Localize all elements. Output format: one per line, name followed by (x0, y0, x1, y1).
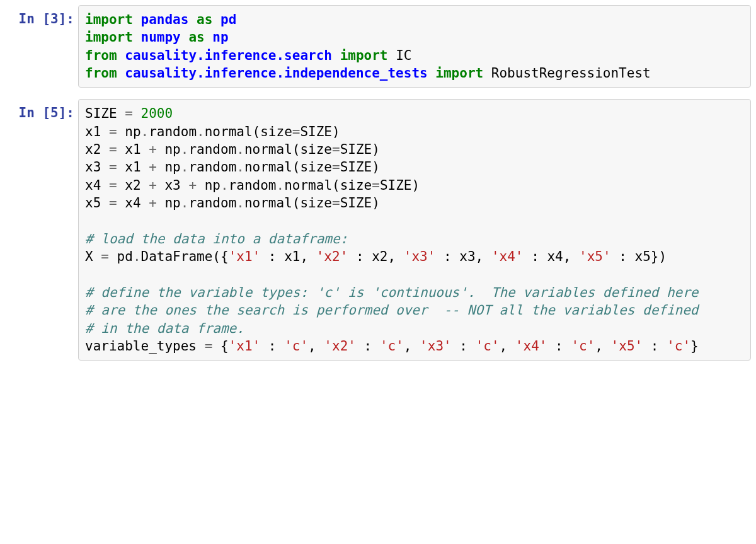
code-token: from (85, 48, 117, 63)
code-token: : x1, (260, 249, 316, 264)
code-token: : (452, 339, 476, 354)
code-token: 'x4' (515, 339, 547, 354)
code-token (181, 30, 189, 45)
code-token: SIZE) (340, 195, 380, 211)
code-cell: In [5]:SIZE = 2000 x1 = np.random.normal… (5, 99, 751, 361)
code-token (188, 12, 197, 27)
code-token: . (181, 159, 189, 175)
code-token: x1 (117, 142, 149, 157)
code-token: random (188, 142, 236, 157)
notebook: In [3]:import pandas as pd import numpy … (5, 5, 751, 361)
code-token: + (188, 178, 197, 193)
code-token: SIZE) (340, 142, 380, 157)
code-token: pd (220, 12, 236, 27)
code-token: random (149, 124, 197, 139)
code-token (117, 66, 125, 81)
code-token: 'x3' (420, 339, 452, 354)
code-token: } (690, 339, 699, 354)
code-token: causality.inference.search (125, 48, 332, 63)
code-token: + (149, 195, 157, 211)
code-token: x4 (117, 195, 149, 211)
code-token: = (292, 124, 301, 139)
code-token: : (260, 339, 284, 354)
code-token: 'c' (571, 339, 595, 354)
code-token: + (149, 159, 157, 175)
code-token: : x3, (435, 249, 491, 264)
code-token (133, 30, 141, 45)
code-token: , (500, 339, 515, 354)
code-token: . (181, 142, 189, 157)
code-token: np (157, 195, 181, 211)
code-token (133, 12, 141, 27)
code-token: X (85, 249, 101, 264)
code-token: pandas (141, 12, 189, 27)
code-token: variable_types (85, 339, 205, 354)
code-token: + (149, 178, 157, 193)
code-token: x2 (85, 142, 109, 157)
code-token: . (141, 124, 149, 139)
code-token: : (643, 339, 667, 354)
code-token: 'c' (476, 339, 500, 354)
code-token: , (404, 339, 420, 354)
code-token: = (109, 142, 117, 157)
code-token: : x4, (523, 249, 579, 264)
code-token: = (109, 195, 117, 211)
code-token: SIZE (85, 106, 125, 121)
code-token: normal(size (205, 124, 292, 139)
code-token: from (85, 66, 117, 81)
code-token: = (109, 159, 117, 175)
code-token: . (220, 178, 229, 193)
code-token: . (133, 249, 141, 264)
code-token: { (212, 339, 228, 354)
code-token: import (340, 48, 388, 63)
code-token: = (332, 142, 340, 157)
code-token: x2 (117, 178, 149, 193)
code-token: 'x5' (611, 339, 643, 354)
code-token: normal(size (284, 178, 372, 193)
code-token: = (109, 178, 117, 193)
code-token: np (117, 124, 141, 139)
code-input[interactable]: SIZE = 2000 x1 = np.random.normal(size=S… (78, 99, 751, 361)
code-token: as (197, 12, 212, 27)
code-token: x3 (85, 159, 109, 175)
code-token (117, 48, 125, 63)
code-token: normal(size (244, 159, 332, 175)
code-token: np (212, 30, 228, 45)
code-token: random (229, 178, 277, 193)
code-token: : x5}) (611, 249, 667, 264)
code-input[interactable]: import pandas as pd import numpy as np f… (78, 5, 751, 88)
code-token: 'x2' (324, 339, 356, 354)
code-token: 'x5' (579, 249, 611, 264)
code-token: . (277, 178, 285, 193)
code-token: . (236, 142, 244, 157)
code-token: + (149, 142, 157, 157)
code-token: # are the ones the search is performed o… (85, 303, 699, 318)
code-cell: In [3]:import pandas as pd import numpy … (5, 5, 751, 88)
code-token: SIZE) (300, 124, 340, 139)
code-token: = (205, 339, 213, 354)
code-token: np (157, 142, 181, 157)
code-token: x3 (157, 178, 189, 193)
code-token: SIZE) (340, 159, 380, 175)
code-token: . (197, 124, 205, 139)
code-token: random (188, 159, 236, 175)
code-token (332, 48, 340, 63)
input-prompt: In [3]: (5, 5, 78, 28)
code-token: x1 (117, 159, 149, 175)
code-token (212, 12, 220, 27)
code-token: : x2, (348, 249, 404, 264)
code-token: as (188, 30, 204, 45)
code-token: x1 (85, 124, 109, 139)
code-token: = (109, 124, 117, 139)
code-token: DataFrame({ (141, 249, 229, 264)
code-token: np (157, 159, 181, 175)
code-token: 'c' (380, 339, 404, 354)
code-token (205, 30, 213, 45)
code-token: random (188, 195, 236, 211)
code-token: 'x1' (229, 249, 261, 264)
code-token: . (236, 195, 244, 211)
code-token: : (356, 339, 380, 354)
code-token: 'x1' (229, 339, 261, 354)
code-token: IC (387, 48, 411, 63)
code-token: normal(size (244, 142, 332, 157)
